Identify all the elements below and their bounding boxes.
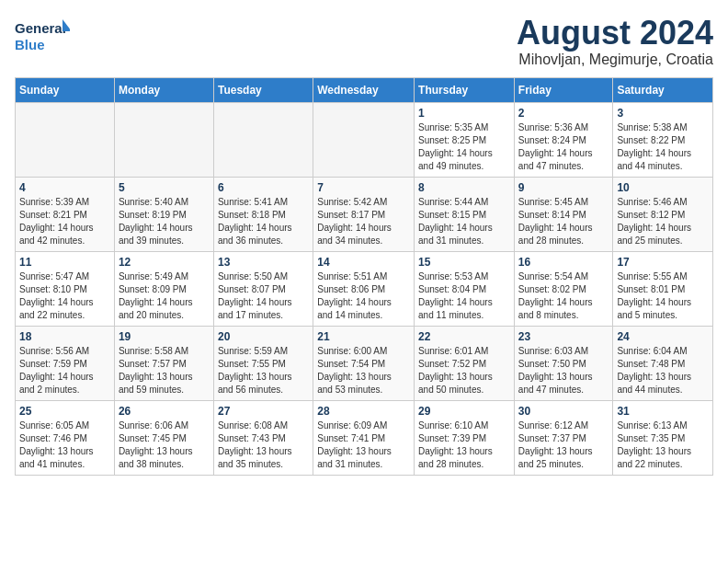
calendar-cell: 17Sunrise: 5:55 AMSunset: 8:01 PMDayligh…	[613, 251, 713, 326]
day-info: Sunrise: 5:47 AMSunset: 8:10 PMDaylight:…	[19, 270, 110, 322]
day-number: 1	[418, 107, 510, 120]
day-number: 12	[119, 256, 210, 269]
day-info: Sunrise: 5:53 AMSunset: 8:04 PMDaylight:…	[418, 270, 510, 322]
calendar-cell: 30Sunrise: 6:12 AMSunset: 7:37 PMDayligh…	[514, 400, 613, 475]
weekday-header-tuesday: Tuesday	[213, 77, 313, 102]
day-info: Sunrise: 6:00 AMSunset: 7:54 PMDaylight:…	[317, 345, 410, 396]
logo-svg: General Blue	[15, 15, 70, 55]
calendar-body: 1Sunrise: 5:35 AMSunset: 8:25 PMDaylight…	[16, 102, 713, 475]
week-row-5: 25Sunrise: 6:05 AMSunset: 7:46 PMDayligh…	[16, 400, 713, 475]
day-info: Sunrise: 5:44 AMSunset: 8:15 PMDaylight:…	[418, 196, 510, 247]
day-info: Sunrise: 5:39 AMSunset: 8:21 PMDaylight:…	[19, 196, 110, 247]
calendar-cell: 4Sunrise: 5:39 AMSunset: 8:21 PMDaylight…	[16, 177, 115, 251]
day-number: 20	[218, 330, 309, 343]
day-info: Sunrise: 5:40 AMSunset: 8:19 PMDaylight:…	[119, 196, 210, 247]
calendar-cell: 7Sunrise: 5:42 AMSunset: 8:17 PMDaylight…	[313, 177, 415, 251]
day-number: 2	[518, 107, 609, 120]
calendar-cell: 8Sunrise: 5:44 AMSunset: 8:15 PMDaylight…	[415, 177, 515, 251]
calendar-cell: 2Sunrise: 5:36 AMSunset: 8:24 PMDaylight…	[514, 102, 613, 177]
day-number: 6	[218, 181, 309, 194]
calendar-cell: 14Sunrise: 5:51 AMSunset: 8:06 PMDayligh…	[313, 251, 415, 326]
day-number: 15	[418, 256, 510, 269]
day-number: 31	[617, 405, 709, 418]
calendar-cell: 10Sunrise: 5:46 AMSunset: 8:12 PMDayligh…	[613, 177, 713, 251]
calendar-cell	[16, 102, 115, 177]
day-info: Sunrise: 5:50 AMSunset: 8:07 PMDaylight:…	[218, 270, 309, 322]
logo: General Blue	[15, 15, 70, 55]
day-number: 23	[518, 330, 609, 343]
weekday-header-row: SundayMondayTuesdayWednesdayThursdayFrid…	[16, 77, 713, 102]
calendar-cell: 18Sunrise: 5:56 AMSunset: 7:59 PMDayligh…	[16, 326, 115, 400]
calendar-cell: 3Sunrise: 5:38 AMSunset: 8:22 PMDaylight…	[613, 102, 713, 177]
weekday-header-thursday: Thursday	[415, 77, 515, 102]
weekday-header-friday: Friday	[514, 77, 613, 102]
calendar-cell	[114, 102, 213, 177]
day-number: 7	[317, 181, 410, 194]
week-row-2: 4Sunrise: 5:39 AMSunset: 8:21 PMDaylight…	[16, 177, 713, 251]
calendar-cell: 26Sunrise: 6:06 AMSunset: 7:45 PMDayligh…	[114, 400, 213, 475]
day-number: 28	[317, 405, 410, 418]
svg-marker-2	[63, 19, 70, 31]
day-info: Sunrise: 5:46 AMSunset: 8:12 PMDaylight:…	[617, 196, 709, 247]
day-info: Sunrise: 5:36 AMSunset: 8:24 PMDaylight:…	[518, 121, 609, 173]
calendar-cell	[313, 102, 415, 177]
calendar-cell: 23Sunrise: 6:03 AMSunset: 7:50 PMDayligh…	[514, 326, 613, 400]
day-info: Sunrise: 5:51 AMSunset: 8:06 PMDaylight:…	[317, 270, 410, 322]
calendar-cell: 9Sunrise: 5:45 AMSunset: 8:14 PMDaylight…	[514, 177, 613, 251]
day-number: 27	[218, 405, 309, 418]
calendar-cell: 31Sunrise: 6:13 AMSunset: 7:35 PMDayligh…	[613, 400, 713, 475]
week-row-1: 1Sunrise: 5:35 AMSunset: 8:25 PMDaylight…	[16, 102, 713, 177]
calendar-subtitle: Mihovljan, Megimurje, Croatia	[517, 52, 713, 68]
day-number: 16	[518, 256, 609, 269]
day-info: Sunrise: 6:04 AMSunset: 7:48 PMDaylight:…	[617, 345, 709, 396]
day-number: 18	[19, 330, 110, 343]
calendar-cell: 16Sunrise: 5:54 AMSunset: 8:02 PMDayligh…	[514, 251, 613, 326]
calendar-cell: 24Sunrise: 6:04 AMSunset: 7:48 PMDayligh…	[613, 326, 713, 400]
day-info: Sunrise: 5:45 AMSunset: 8:14 PMDaylight:…	[518, 196, 609, 247]
page: General Blue August 2024 Mihovljan, Megi…	[0, 0, 728, 487]
calendar-cell: 27Sunrise: 6:08 AMSunset: 7:43 PMDayligh…	[213, 400, 313, 475]
day-number: 26	[119, 405, 210, 418]
day-info: Sunrise: 6:13 AMSunset: 7:35 PMDaylight:…	[617, 419, 709, 471]
weekday-header-sunday: Sunday	[16, 77, 115, 102]
day-number: 29	[418, 405, 510, 418]
day-info: Sunrise: 5:38 AMSunset: 8:22 PMDaylight:…	[617, 121, 709, 173]
calendar-cell: 1Sunrise: 5:35 AMSunset: 8:25 PMDaylight…	[415, 102, 515, 177]
calendar-cell: 19Sunrise: 5:58 AMSunset: 7:57 PMDayligh…	[114, 326, 213, 400]
weekday-header-monday: Monday	[114, 77, 213, 102]
day-info: Sunrise: 6:10 AMSunset: 7:39 PMDaylight:…	[418, 419, 510, 471]
calendar-cell: 29Sunrise: 6:10 AMSunset: 7:39 PMDayligh…	[415, 400, 515, 475]
day-number: 24	[617, 330, 709, 343]
day-number: 3	[617, 107, 709, 120]
calendar-cell: 28Sunrise: 6:09 AMSunset: 7:41 PMDayligh…	[313, 400, 415, 475]
day-info: Sunrise: 5:55 AMSunset: 8:01 PMDaylight:…	[617, 270, 709, 322]
calendar-cell: 6Sunrise: 5:41 AMSunset: 8:18 PMDaylight…	[213, 177, 313, 251]
title-block: August 2024 Mihovljan, Megimurje, Croati…	[517, 15, 713, 68]
calendar-cell: 13Sunrise: 5:50 AMSunset: 8:07 PMDayligh…	[213, 251, 313, 326]
calendar-cell: 22Sunrise: 6:01 AMSunset: 7:52 PMDayligh…	[415, 326, 515, 400]
svg-text:Blue: Blue	[15, 37, 45, 52]
day-info: Sunrise: 6:12 AMSunset: 7:37 PMDaylight:…	[518, 419, 609, 471]
day-number: 25	[19, 405, 110, 418]
calendar-cell: 5Sunrise: 5:40 AMSunset: 8:19 PMDaylight…	[114, 177, 213, 251]
calendar-cell: 21Sunrise: 6:00 AMSunset: 7:54 PMDayligh…	[313, 326, 415, 400]
calendar-cell	[213, 102, 313, 177]
day-info: Sunrise: 5:41 AMSunset: 8:18 PMDaylight:…	[218, 196, 309, 247]
day-info: Sunrise: 6:09 AMSunset: 7:41 PMDaylight:…	[317, 419, 410, 471]
header: General Blue August 2024 Mihovljan, Megi…	[15, 15, 713, 68]
calendar-table: SundayMondayTuesdayWednesdayThursdayFrid…	[15, 77, 713, 476]
day-number: 5	[119, 181, 210, 194]
week-row-3: 11Sunrise: 5:47 AMSunset: 8:10 PMDayligh…	[16, 251, 713, 326]
calendar-cell: 25Sunrise: 6:05 AMSunset: 7:46 PMDayligh…	[16, 400, 115, 475]
day-number: 13	[218, 256, 309, 269]
calendar-cell: 20Sunrise: 5:59 AMSunset: 7:55 PMDayligh…	[213, 326, 313, 400]
day-number: 11	[19, 256, 110, 269]
day-info: Sunrise: 5:59 AMSunset: 7:55 PMDaylight:…	[218, 345, 309, 396]
weekday-header-saturday: Saturday	[613, 77, 713, 102]
day-number: 10	[617, 181, 709, 194]
calendar-cell: 11Sunrise: 5:47 AMSunset: 8:10 PMDayligh…	[16, 251, 115, 326]
day-info: Sunrise: 6:01 AMSunset: 7:52 PMDaylight:…	[418, 345, 510, 396]
day-number: 14	[317, 256, 410, 269]
weekday-header-wednesday: Wednesday	[313, 77, 415, 102]
day-number: 19	[119, 330, 210, 343]
